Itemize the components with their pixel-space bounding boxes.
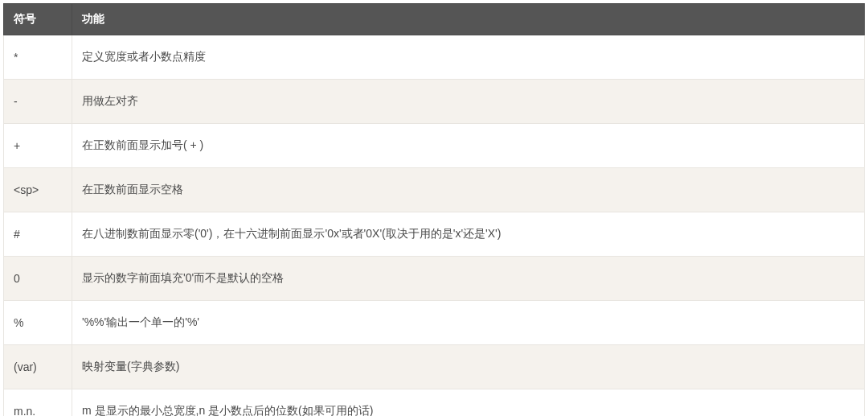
- cell-symbol: *: [4, 35, 72, 80]
- cell-symbol: %: [4, 301, 72, 345]
- cell-symbol: #: [4, 212, 72, 257]
- cell-function: 映射变量(字典参数): [72, 345, 865, 389]
- table-row: * 定义宽度或者小数点精度: [4, 35, 865, 80]
- table-row: % '%%'输出一个单一的'%': [4, 301, 865, 345]
- table-row: (var) 映射变量(字典参数): [4, 345, 865, 389]
- cell-function: 在正数前面显示加号( + ): [72, 124, 865, 168]
- cell-symbol: <sp>: [4, 168, 72, 212]
- table-row: - 用做左对齐: [4, 80, 865, 124]
- table-row: m.n. m 是显示的最小总宽度,n 是小数点后的位数(如果可用的话): [4, 389, 865, 417]
- cell-function: 在八进制数前面显示零('0')，在十六进制前面显示'0x'或者'0X'(取决于用…: [72, 212, 865, 257]
- cell-symbol: (var): [4, 345, 72, 389]
- cell-function: '%%'输出一个单一的'%': [72, 301, 865, 345]
- header-symbol: 符号: [4, 4, 72, 35]
- cell-symbol: +: [4, 124, 72, 168]
- table-header: 符号 功能: [4, 4, 865, 35]
- table-row: <sp> 在正数前面显示空格: [4, 168, 865, 212]
- format-symbol-table: 符号 功能 * 定义宽度或者小数点精度 - 用做左对齐 + 在正数前面显示加号(…: [3, 3, 865, 416]
- table-body: * 定义宽度或者小数点精度 - 用做左对齐 + 在正数前面显示加号( + ) <…: [4, 35, 865, 417]
- cell-function: m 是显示的最小总宽度,n 是小数点后的位数(如果可用的话): [72, 389, 865, 417]
- table-row: + 在正数前面显示加号( + ): [4, 124, 865, 168]
- cell-function: 定义宽度或者小数点精度: [72, 35, 865, 80]
- header-function: 功能: [72, 4, 865, 35]
- table-header-row: 符号 功能: [4, 4, 865, 35]
- cell-symbol: m.n.: [4, 389, 72, 417]
- cell-symbol: -: [4, 80, 72, 124]
- table-row: 0 显示的数字前面填充'0'而不是默认的空格: [4, 257, 865, 301]
- format-symbol-table-container: 符号 功能 * 定义宽度或者小数点精度 - 用做左对齐 + 在正数前面显示加号(…: [3, 3, 865, 416]
- cell-function: 显示的数字前面填充'0'而不是默认的空格: [72, 257, 865, 301]
- table-row: # 在八进制数前面显示零('0')，在十六进制前面显示'0x'或者'0X'(取决…: [4, 212, 865, 257]
- cell-function: 在正数前面显示空格: [72, 168, 865, 212]
- cell-function: 用做左对齐: [72, 80, 865, 124]
- cell-symbol: 0: [4, 257, 72, 301]
